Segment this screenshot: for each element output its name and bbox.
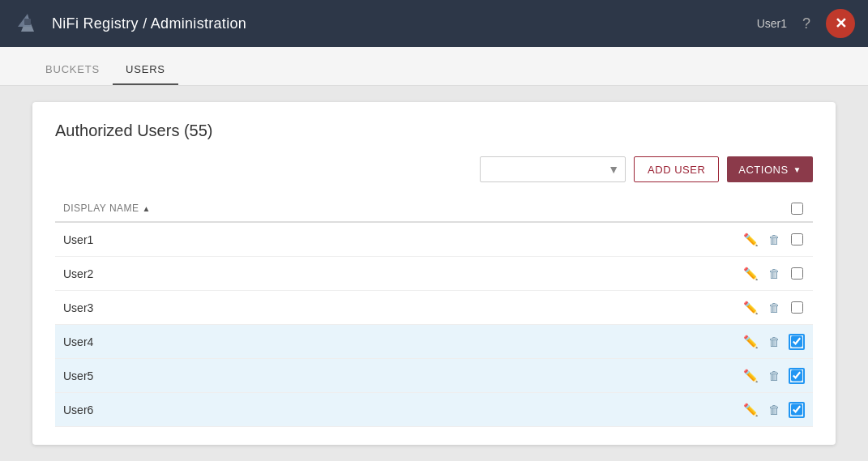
- row-actions: ✏️ 🗑: [740, 401, 805, 419]
- edit-icon: ✏️: [743, 267, 759, 281]
- row-checkbox-cell: [789, 232, 805, 248]
- chevron-down-icon: ▼: [793, 165, 802, 174]
- header-right: User1 ? ✕: [757, 9, 855, 38]
- user-name: User1: [63, 233, 740, 246]
- row-checkbox-cell: [789, 266, 805, 282]
- tab-buckets[interactable]: BUCKETS: [32, 53, 113, 85]
- search-input[interactable]: [480, 156, 626, 182]
- column-select-all: [740, 200, 805, 216]
- svg-rect-2: [24, 19, 31, 25]
- edit-icon: ✏️: [743, 301, 759, 315]
- table-row: User3 ✏️ 🗑: [55, 291, 813, 325]
- row-actions: ✏️ 🗑: [740, 367, 805, 385]
- delete-button[interactable]: 🗑: [767, 299, 782, 316]
- edit-icon: ✏️: [743, 335, 759, 349]
- table-row: User2 ✏️ 🗑: [55, 257, 813, 291]
- edit-button[interactable]: ✏️: [742, 265, 760, 283]
- sort-arrow-icon: ▲: [143, 204, 151, 213]
- edit-button[interactable]: ✏️: [742, 333, 760, 351]
- actions-label: ACTIONS: [738, 164, 788, 176]
- close-icon: ✕: [835, 15, 847, 32]
- question-icon: ?: [802, 15, 810, 32]
- card-title: Authorized Users (55): [55, 122, 813, 140]
- user-name: User2: [63, 267, 740, 280]
- user-name: User5: [63, 369, 740, 382]
- app-title: NiFi Registry / Administration: [52, 15, 246, 32]
- row-checkbox[interactable]: [791, 403, 802, 416]
- trash-icon: 🗑: [768, 301, 780, 314]
- edit-button[interactable]: ✏️: [742, 231, 760, 249]
- table-body: User1 ✏️ 🗑 User2 ✏️ 🗑: [55, 223, 813, 427]
- toolbar: ▼ ADD USER ACTIONS ▼: [55, 156, 813, 182]
- current-user: User1: [757, 17, 787, 30]
- app-logo: [13, 9, 42, 38]
- tabs-container: BUCKETS USERS: [0, 47, 868, 86]
- search-container: ▼: [480, 156, 626, 182]
- table-row: User4 ✏️ 🗑: [55, 325, 813, 359]
- row-checkbox-cell-highlighted: [789, 334, 805, 350]
- delete-button[interactable]: 🗑: [767, 265, 782, 282]
- row-checkbox-cell-highlighted: [789, 368, 805, 384]
- row-checkbox[interactable]: [791, 233, 803, 245]
- tab-users[interactable]: USERS: [113, 53, 178, 85]
- row-checkbox[interactable]: [791, 369, 802, 382]
- trash-icon: 🗑: [768, 267, 780, 280]
- trash-icon: 🗑: [768, 233, 780, 246]
- edit-icon: ✏️: [743, 233, 759, 247]
- row-checkbox[interactable]: [791, 301, 803, 314]
- close-button[interactable]: ✕: [826, 9, 855, 38]
- user-name: User4: [63, 335, 740, 348]
- delete-button[interactable]: 🗑: [767, 333, 782, 350]
- delete-button[interactable]: 🗑: [767, 367, 782, 384]
- column-name-label: Display Name: [63, 203, 139, 214]
- users-card: Authorized Users (55) ▼ ADD USER ACTIONS…: [32, 102, 836, 445]
- row-checkbox[interactable]: [791, 335, 802, 348]
- table-row: User6 ✏️ 🗑: [55, 393, 813, 427]
- header-left: NiFi Registry / Administration: [13, 9, 246, 38]
- row-checkbox[interactable]: [791, 267, 803, 280]
- row-actions: ✏️ 🗑: [740, 299, 805, 317]
- trash-icon: 🗑: [768, 335, 780, 348]
- user-name: User6: [63, 403, 740, 416]
- trash-icon: 🗑: [768, 369, 780, 382]
- edit-button[interactable]: ✏️: [742, 401, 760, 419]
- select-all-checkbox-cell: [789, 200, 805, 216]
- column-name: Display Name ▲: [63, 203, 740, 214]
- row-actions: ✏️ 🗑: [740, 333, 805, 351]
- edit-icon: ✏️: [743, 369, 759, 383]
- trash-icon: 🗑: [768, 403, 780, 416]
- row-actions: ✏️ 🗑: [740, 265, 805, 283]
- delete-button[interactable]: 🗑: [767, 231, 782, 248]
- row-actions: ✏️ 🗑: [740, 231, 805, 249]
- row-checkbox-cell-highlighted: [789, 402, 805, 418]
- actions-button[interactable]: ACTIONS ▼: [727, 156, 813, 182]
- user-name: User3: [63, 301, 740, 314]
- delete-button[interactable]: 🗑: [767, 401, 782, 418]
- table-row: User5 ✏️ 🗑: [55, 359, 813, 393]
- help-button[interactable]: ?: [795, 12, 818, 35]
- main-content: Authorized Users (55) ▼ ADD USER ACTIONS…: [0, 86, 868, 461]
- table-row: User1 ✏️ 🗑: [55, 223, 813, 257]
- select-all-checkbox[interactable]: [791, 203, 803, 215]
- edit-button[interactable]: ✏️: [742, 299, 760, 317]
- edit-button[interactable]: ✏️: [742, 367, 760, 385]
- app-header: NiFi Registry / Administration User1 ? ✕: [0, 0, 868, 47]
- row-checkbox-cell: [789, 300, 805, 316]
- add-user-button[interactable]: ADD USER: [634, 156, 719, 182]
- table-header: Display Name ▲: [55, 195, 813, 223]
- edit-icon: ✏️: [743, 403, 759, 417]
